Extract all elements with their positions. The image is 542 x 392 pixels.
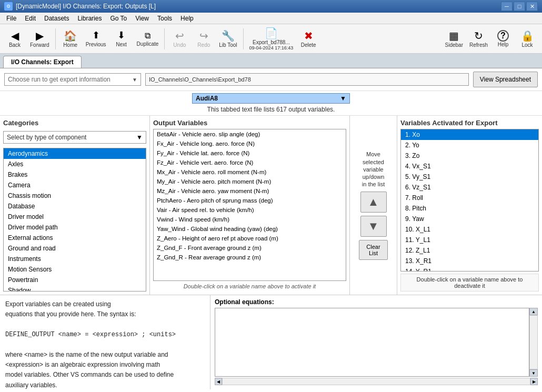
category-item[interactable]: Instruments (4, 254, 146, 264)
next-icon: ⬇ (117, 30, 125, 42)
undo-label: Undo (173, 42, 186, 48)
category-item[interactable]: Aerodynamics (4, 148, 146, 159)
right-toolbar-group: ▦ Sidebar ↻ Refresh ? Help 🔒 Lock (443, 26, 539, 52)
refresh-button[interactable]: ↻ Refresh (467, 26, 490, 52)
variable-item[interactable]: 9. Yaw (401, 214, 538, 224)
menu-file[interactable]: File (2, 14, 21, 23)
edit-toolbar-group: ↩ Undo ↪ Redo 🔧 Lib Tool (168, 26, 239, 52)
output-item[interactable]: Fy_Air - Vehicle lat. aero. force (N) (154, 148, 346, 158)
app-icon: ⚙ (4, 2, 13, 11)
output-item[interactable]: My_Air - Vehicle aero. pitch moment (N-m… (154, 177, 346, 186)
menu-edit[interactable]: Edit (21, 14, 40, 23)
category-item[interactable]: Chassis motion (4, 190, 146, 201)
output-item[interactable]: Fx_Air - Vehicle long. aero. force (N) (154, 139, 346, 148)
tab-label: I/O Channels: Export (11, 58, 74, 66)
variable-item[interactable]: 7. Roll (401, 193, 538, 203)
category-item[interactable]: Brakes (4, 169, 146, 180)
bottom-text-6: auxiliary variables. (5, 380, 205, 390)
next-button[interactable]: ⬇ Next (110, 26, 133, 52)
output-item[interactable]: Fz_Air - Vehicle vert. aero. force (N) (154, 158, 346, 167)
output-item[interactable]: Vair - Air speed rel. to vehicle (km/h) (154, 205, 346, 215)
back-icon: ◀ (11, 29, 19, 42)
menu-libraries[interactable]: Libraries (73, 14, 106, 23)
variable-item[interactable]: 6. Vz_S1 (401, 182, 538, 193)
duplicate-button[interactable]: ⧉ Duplicate (134, 26, 162, 52)
variable-item[interactable]: 2. Yo (401, 140, 538, 150)
type-dropdown[interactable]: Select by type of component ▼ (3, 131, 146, 144)
move-up-button[interactable]: ▲ (360, 192, 387, 213)
menu-view[interactable]: View (131, 14, 153, 23)
category-item[interactable]: Camera (4, 180, 146, 190)
output-item[interactable]: Z_Gnd_R - Rear average ground z (m) (154, 253, 346, 262)
model-dropdown[interactable]: AudiA8 ▼ (192, 93, 350, 104)
output-item[interactable]: Mz_Air - Vehicle aero. yaw moment (N-m) (154, 186, 346, 196)
info-text: This tabbed text file lists 617 output v… (207, 105, 335, 114)
lock-button[interactable]: 🔒 Lock (516, 26, 539, 52)
minimize-button[interactable]: ─ (501, 2, 513, 11)
tab-io-export[interactable]: I/O Channels: Export (3, 56, 82, 68)
variable-item[interactable]: 1. Xo (401, 129, 538, 140)
redo-icon: ↪ (199, 29, 208, 42)
category-list[interactable]: AerodynamicsAxlesBrakesCameraChassis mot… (3, 148, 146, 292)
category-item[interactable]: Axles (4, 159, 146, 169)
variable-item[interactable]: 13. X_R1 (401, 256, 538, 266)
output-hint: Double-click on a variable name above to… (153, 281, 346, 292)
home-button[interactable]: 🏠 Home (59, 26, 82, 52)
menu-tools[interactable]: Tools (153, 14, 176, 23)
variable-item[interactable]: 11. Y_L1 (401, 235, 538, 245)
undo-button[interactable]: ↩ Undo (168, 26, 191, 52)
delete-button[interactable]: ✖ Delete (297, 26, 320, 52)
maximize-button[interactable]: □ (514, 2, 525, 11)
menu-help[interactable]: Help (176, 14, 198, 23)
category-item[interactable]: Driver model path (4, 222, 146, 233)
sidebar-button[interactable]: ▦ Sidebar (443, 26, 466, 52)
output-item[interactable]: Yaw_Wind - Global wind heading (yaw) (de… (154, 224, 346, 234)
file-path-label: IO_Channels\O_Channels\Export_bd78 (145, 73, 469, 86)
category-item[interactable]: Shadow (4, 285, 146, 292)
variable-item[interactable]: 12. Z_L1 (401, 245, 538, 256)
variable-item[interactable]: 4. Vx_S1 (401, 161, 538, 172)
menu-goto[interactable]: Go To (106, 14, 131, 23)
bottom-text-2: equations that you provide here. The syn… (5, 309, 205, 319)
output-list[interactable]: BetaAir - Vehicle aero. slip angle (deg)… (153, 129, 346, 281)
categories-panel: Categories Select by type of component ▼… (0, 116, 150, 295)
previous-button[interactable]: ⬆ Previous (83, 26, 109, 52)
move-down-button[interactable]: ▼ (360, 216, 387, 237)
output-item[interactable]: Z_Aero - Height of aero ref pt above roa… (154, 234, 346, 243)
category-item[interactable]: Motion Sensors (4, 264, 146, 275)
variable-item[interactable]: 14. Y_R1 (401, 266, 538, 272)
equation-textarea[interactable] (215, 308, 529, 377)
variable-item[interactable]: 8. Pitch (401, 203, 538, 214)
output-item[interactable]: PtchAero - Aero pitch of sprung mass (de… (154, 196, 346, 205)
forward-button[interactable]: ▶ Forward (27, 26, 52, 52)
forward-icon: ▶ (36, 29, 44, 42)
output-item[interactable]: BetaAir - Vehicle aero. slip angle (deg) (154, 129, 346, 139)
libtool-button[interactable]: 🔧 Lib Tool (216, 26, 239, 52)
close-button[interactable]: ✕ (526, 2, 538, 11)
category-item[interactable]: Driver model (4, 212, 146, 222)
run-dropdown-arrow: ▼ (132, 77, 137, 83)
variable-item[interactable]: 10. X_L1 (401, 224, 538, 235)
back-button[interactable]: ◀ Back (3, 26, 26, 52)
libtool-label: Lib Tool (219, 42, 237, 48)
redo-button[interactable]: ↪ Redo (192, 26, 215, 52)
variables-list[interactable]: 1. Xo2. Yo3. Zo4. Vx_S15. Vy_S16. Vz_S17… (400, 129, 539, 272)
bottom-text-5: model variables. Other VS commands can b… (5, 370, 205, 380)
output-item[interactable]: Vwind - Wind speed (km/h) (154, 215, 346, 224)
run-dropdown[interactable]: Choose run to get export information ▼ (4, 73, 141, 86)
output-variables-title: Output Variables (153, 119, 346, 127)
help-button[interactable]: ? Help (491, 26, 515, 52)
category-item[interactable]: Powertrain (4, 275, 146, 285)
variable-item[interactable]: 3. Zo (401, 150, 538, 161)
category-item[interactable]: Ground and road (4, 243, 146, 254)
bottom-text-1: Export variables can be created using (5, 299, 205, 309)
output-item[interactable]: Mx_Air - Vehicle aero. roll moment (N-m) (154, 167, 346, 177)
category-item[interactable]: External actions (4, 233, 146, 243)
clear-list-button[interactable]: Clear List (359, 240, 388, 260)
output-item[interactable]: Z_Gnd_F - Front average ground z (m) (154, 243, 346, 253)
category-item[interactable]: Database (4, 201, 146, 212)
optional-equations-label: Optional equations: (215, 298, 538, 306)
variable-item[interactable]: 5. Vy_S1 (401, 172, 538, 182)
menu-datasets[interactable]: Datasets (40, 14, 73, 23)
view-spreadsheet-button[interactable]: View Spreadsheet (473, 72, 538, 87)
